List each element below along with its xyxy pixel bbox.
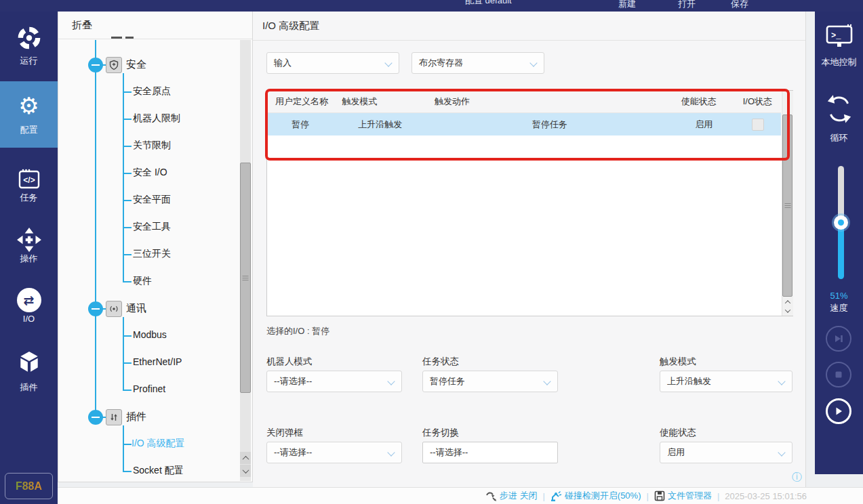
- top-menubar: 配置 default 新建 打开 保存: [0, 0, 863, 12]
- stop-button[interactable]: [826, 362, 851, 387]
- enable-state-label: 使能状态: [660, 427, 696, 439]
- info-icon[interactable]: ⓘ: [792, 471, 802, 484]
- column-header: 触发动作: [426, 91, 673, 112]
- speed-slider-fill[interactable]: [838, 222, 844, 279]
- chevron-down-icon: [387, 377, 395, 385]
- collapse-node-safety[interactable]: [88, 58, 103, 72]
- sidebar-item-operate[interactable]: 操作: [0, 253, 58, 265]
- tree-connector: [123, 119, 132, 120]
- tree-item-hardware[interactable]: 硬件: [133, 275, 152, 287]
- io-state-checkbox[interactable]: [752, 119, 764, 131]
- clipped-tree-item: [125, 37, 134, 39]
- selected-io-label: 选择的I/O : 暂停: [266, 325, 329, 337]
- sidebar-item-task[interactable]: 任务: [0, 192, 58, 204]
- file-manager-button[interactable]: 文件管理器: [654, 490, 712, 502]
- project-name-fragment: 配置 default: [465, 0, 512, 7]
- column-header: I/O状态: [735, 91, 781, 112]
- local-control-icon[interactable]: >_: [825, 24, 854, 52]
- tree-connector: [123, 281, 132, 282]
- io-sync-icon[interactable]: ⇄: [0, 288, 58, 312]
- tree-item-robot-limit[interactable]: 机器人限制: [133, 112, 180, 125]
- chevron-down-icon: [384, 59, 392, 66]
- step-status[interactable]: 步进 关闭: [485, 490, 538, 502]
- panel-divider: [805, 12, 816, 487]
- robot-mode-dropdown[interactable]: --请选择--: [266, 371, 402, 392]
- tree-branch-line: [123, 73, 124, 282]
- play-button[interactable]: [826, 398, 851, 424]
- chevron-down-icon: [778, 377, 785, 385]
- close-popup-dropdown[interactable]: --请选择--: [266, 442, 402, 463]
- tree-item-socket-config[interactable]: Socket 配置: [133, 465, 184, 477]
- tree-group-safety[interactable]: 安全: [126, 58, 146, 71]
- plugin-cube-icon[interactable]: [0, 350, 58, 377]
- enable-state-dropdown[interactable]: 启用: [660, 442, 792, 463]
- tree-header: 折叠: [58, 12, 252, 39]
- chevron-down-icon: [387, 448, 395, 456]
- tree-scroll-up-button[interactable]: [240, 452, 251, 464]
- tree-item-safety-tool[interactable]: 安全工具: [133, 221, 171, 233]
- menu-open[interactable]: 打开: [678, 0, 696, 10]
- antenna-icon: [106, 301, 122, 317]
- run-icon[interactable]: [0, 25, 58, 54]
- tree-item-safety-plane[interactable]: 安全平面: [133, 194, 171, 206]
- sidebar-item-config[interactable]: 配置: [0, 124, 58, 136]
- io-config-table: 用户定义名称 触发模式 触发动作 使能状态 I/O状态 暂停 上升沿触发 暂停任…: [266, 90, 793, 316]
- collision-detect-status[interactable]: 碰撞检测开启(50%): [550, 490, 641, 502]
- tree-group-comm[interactable]: 通讯: [126, 302, 146, 315]
- tree-item-modbus[interactable]: Modbus: [133, 329, 167, 340]
- status-bar: 步进 关闭 | 碰撞检测开启(50%) | 文件管理器 | 2025-03-25…: [58, 487, 863, 504]
- tree-item-safety-origin[interactable]: 安全原点: [133, 85, 171, 98]
- cycle-icon[interactable]: [824, 93, 855, 129]
- collapse-node-plugin[interactable]: [88, 410, 103, 425]
- table-scroll-down-button[interactable]: [782, 306, 792, 315]
- panel-header: I/O 高级配置: [253, 12, 805, 41]
- tree-scroll-down-button[interactable]: [240, 465, 251, 477]
- tree-item-io-advanced-config[interactable]: I/O 高级配置: [132, 438, 185, 450]
- file-manager-icon: [654, 490, 665, 501]
- collision-status-label: 碰撞检测开启(50%): [565, 490, 641, 502]
- sliders-icon: [106, 409, 122, 425]
- io-direction-dropdown[interactable]: 输入: [266, 52, 399, 74]
- close-popup-label: 关闭弹框: [266, 427, 303, 439]
- speed-slider-handle[interactable]: [834, 215, 848, 230]
- register-type-dropdown[interactable]: 布尔寄存器: [412, 52, 544, 74]
- tree-scrollbar-thumb[interactable]: [240, 163, 251, 393]
- task-state-dropdown[interactable]: 暂停任务: [422, 371, 558, 392]
- sidebar-item-io[interactable]: I/O: [0, 314, 58, 324]
- trigger-mode-dropdown[interactable]: 上升沿触发: [660, 371, 792, 392]
- device-badge[interactable]: F88A: [5, 473, 53, 499]
- task-switch-field[interactable]: --请选择--: [422, 442, 558, 463]
- sidebar-item-plugin[interactable]: 插件: [0, 381, 58, 394]
- step-forward-button[interactable]: [826, 326, 851, 352]
- tree-connector: [123, 91, 132, 93]
- move-arrows-icon[interactable]: [0, 227, 58, 255]
- tree-item-ethernet-ip[interactable]: EtherNet/IP: [133, 356, 182, 367]
- tree-item-joint-limit[interactable]: 关节限制: [133, 140, 171, 152]
- tree-connector: [123, 335, 132, 337]
- column-header: 用户定义名称: [267, 91, 334, 112]
- table-row-pause[interactable]: 暂停 上升沿触发 暂停任务 启用: [267, 113, 781, 135]
- chevron-down-icon: [778, 448, 785, 456]
- tree-item-profinet[interactable]: Profinet: [133, 383, 165, 394]
- separator: |: [542, 491, 544, 501]
- collapse-button[interactable]: 折叠: [72, 19, 92, 32]
- table-scroll-up-button[interactable]: [782, 297, 792, 306]
- register-type-value: 布尔寄存器: [419, 57, 463, 69]
- table-scrollbar-thumb[interactable]: [782, 114, 792, 297]
- enable-state-value: 启用: [667, 446, 685, 459]
- tree-connector: [123, 471, 132, 472]
- left-nav-sidebar: 运行 ⚙ 配置 </> 任务 操作 ⇄: [0, 12, 58, 504]
- gear-icon[interactable]: ⚙: [0, 93, 58, 119]
- collapse-node-comm[interactable]: [88, 301, 103, 316]
- task-code-icon[interactable]: </>: [0, 169, 58, 193]
- tree-item-safety-io[interactable]: 安全 I/O: [133, 167, 167, 179]
- tree-group-plugin[interactable]: 插件: [126, 411, 146, 423]
- sidebar-item-run[interactable]: 运行: [0, 55, 58, 67]
- tree-connector: [123, 362, 132, 364]
- file-manager-label: 文件管理器: [668, 490, 712, 502]
- menu-new[interactable]: 新建: [618, 0, 636, 10]
- tree-connector: [123, 146, 132, 147]
- tree-item-three-pos-switch[interactable]: 三位开关: [133, 248, 171, 260]
- menu-save[interactable]: 保存: [731, 0, 748, 10]
- column-header: 触发模式: [334, 91, 426, 112]
